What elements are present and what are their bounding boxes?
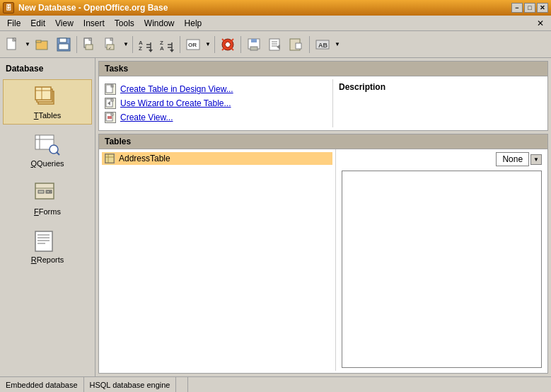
main-area: Database TTables bbox=[0, 58, 551, 376]
content-area: Tasks Create Table in Design View... bbox=[95, 58, 551, 376]
maximize-button[interactable]: □ bbox=[524, 3, 535, 13]
edit-file-button[interactable] bbox=[80, 35, 100, 54]
toolbar: ▼ ✓ ▼ bbox=[0, 31, 551, 58]
label-button[interactable]: AB bbox=[313, 35, 332, 54]
menu-window[interactable]: Window bbox=[140, 17, 179, 30]
svg-rect-13 bbox=[110, 38, 112, 40]
titlebar-title: New Database - OpenOffice.org Base bbox=[18, 3, 168, 13]
sort-za-button[interactable]: Z A bbox=[157, 35, 177, 54]
edit2-button[interactable] bbox=[265, 35, 285, 54]
forms-icon: OK bbox=[33, 180, 62, 206]
task-create-view-icon bbox=[105, 112, 116, 123]
forms-label: FForms bbox=[34, 207, 61, 216]
task-wizard-icon bbox=[105, 98, 116, 109]
svg-rect-63 bbox=[35, 231, 52, 251]
tables-right: None ▼ bbox=[335, 149, 547, 371]
titlebar-left: 🗄 New Database - OpenOffice.org Base bbox=[3, 2, 168, 13]
sort-az-button[interactable]: A Z bbox=[136, 35, 156, 54]
none-dropdown: None ▼ bbox=[496, 152, 542, 166]
tables-icon bbox=[33, 84, 62, 110]
svg-text:A: A bbox=[160, 45, 164, 52]
svg-marker-27 bbox=[170, 50, 174, 52]
svg-text:✓: ✓ bbox=[108, 46, 112, 50]
svg-rect-39 bbox=[269, 39, 279, 50]
titlebar-controls[interactable]: − □ ✕ bbox=[511, 3, 548, 13]
sidebar-item-queries[interactable]: QQueries bbox=[3, 127, 92, 173]
queries-label: QQueries bbox=[30, 159, 64, 168]
none-label: None bbox=[496, 152, 529, 166]
svg-text:Z: Z bbox=[139, 45, 142, 52]
tasks-panel: Tasks Create Table in Design View... bbox=[98, 61, 548, 131]
separator-4 bbox=[214, 36, 215, 53]
edit-dropdown[interactable]: ▼ bbox=[122, 35, 129, 54]
tables-list: AddressTable bbox=[99, 149, 335, 371]
export-button[interactable] bbox=[244, 35, 264, 54]
svg-rect-78 bbox=[105, 154, 114, 163]
form3-button[interactable] bbox=[286, 35, 306, 54]
menu-file[interactable]: File bbox=[3, 17, 25, 30]
statusbar-section-2: HSQL database engine bbox=[84, 377, 177, 392]
sidebar-item-tables[interactable]: TTables bbox=[3, 79, 92, 125]
task-create-design[interactable]: Create Table in Design View... bbox=[105, 82, 330, 96]
svg-rect-4 bbox=[36, 40, 41, 42]
task-create-view[interactable]: Create View... bbox=[105, 110, 330, 125]
tables-label: TTables bbox=[34, 111, 62, 120]
svg-rect-7 bbox=[59, 44, 69, 50]
task-create-design-icon bbox=[105, 83, 116, 95]
reports-label: RReports bbox=[31, 255, 64, 264]
titlebar: 🗄 New Database - OpenOffice.org Base − □… bbox=[0, 0, 551, 16]
svg-line-57 bbox=[57, 152, 59, 155]
menubar-close[interactable]: ✕ bbox=[533, 17, 548, 30]
separator-5 bbox=[240, 36, 241, 53]
minimize-button[interactable]: − bbox=[511, 3, 523, 13]
svg-rect-10 bbox=[89, 38, 91, 40]
table-item-icon bbox=[105, 154, 115, 163]
tables-panel: Tables AddressTable bbox=[98, 134, 548, 374]
svg-marker-38 bbox=[251, 39, 257, 42]
svg-rect-37 bbox=[250, 47, 257, 50]
menu-help[interactable]: Help bbox=[180, 17, 207, 30]
svg-text:OK: OK bbox=[47, 190, 52, 194]
app-icon: 🗄 bbox=[3, 2, 14, 13]
help-button[interactable] bbox=[218, 35, 238, 54]
svg-rect-50 bbox=[35, 87, 51, 100]
task-wizard[interactable]: Use Wizard to Create Table... bbox=[105, 96, 330, 110]
new-dropdown[interactable]: ▼ bbox=[24, 35, 31, 54]
sql-button[interactable]: OR bbox=[183, 35, 203, 54]
close-button[interactable]: ✕ bbox=[537, 3, 548, 13]
new-button[interactable] bbox=[3, 35, 23, 54]
sql-dropdown[interactable]: ▼ bbox=[204, 35, 211, 54]
open-button[interactable] bbox=[33, 35, 52, 54]
tasks-description-title: Description bbox=[339, 82, 539, 92]
table-item-address[interactable]: AddressTable bbox=[102, 152, 332, 165]
statusbar: Embedded database HSQL database engine bbox=[0, 376, 551, 392]
separator-2 bbox=[132, 36, 133, 53]
svg-rect-11 bbox=[86, 45, 93, 50]
svg-marker-21 bbox=[149, 50, 153, 52]
tasks-description: Description bbox=[332, 79, 545, 127]
svg-rect-72 bbox=[111, 99, 113, 101]
menubar: File Edit View Insert Tools Window Help … bbox=[0, 16, 551, 31]
menu-tools[interactable]: Tools bbox=[110, 17, 139, 30]
svg-rect-45 bbox=[296, 43, 301, 49]
table-preview-box bbox=[342, 171, 542, 368]
tables-panel-header: Tables bbox=[99, 134, 547, 149]
reports-icon bbox=[33, 229, 62, 254]
edit-file2-button[interactable]: ✓ bbox=[101, 35, 121, 54]
statusbar-section-1: Embedded database bbox=[0, 377, 84, 392]
tasks-body: Create Table in Design View... Use Wizar… bbox=[99, 76, 547, 130]
menu-edit[interactable]: Edit bbox=[26, 17, 50, 30]
queries-icon bbox=[33, 132, 62, 158]
sidebar-item-forms[interactable]: OK FForms bbox=[3, 175, 92, 221]
tasks-header: Tasks bbox=[99, 62, 547, 76]
none-dropdown-arrow[interactable]: ▼ bbox=[530, 154, 542, 165]
sidebar-title: Database bbox=[3, 64, 92, 74]
separator-3 bbox=[180, 36, 180, 53]
save-button[interactable] bbox=[54, 35, 74, 54]
label-dropdown[interactable]: ▼ bbox=[334, 35, 341, 54]
menu-insert[interactable]: Insert bbox=[79, 17, 109, 30]
sidebar-item-reports[interactable]: RReports bbox=[3, 224, 92, 269]
menu-view[interactable]: View bbox=[51, 17, 78, 30]
svg-rect-75 bbox=[111, 113, 113, 115]
svg-text:OR: OR bbox=[188, 42, 197, 48]
